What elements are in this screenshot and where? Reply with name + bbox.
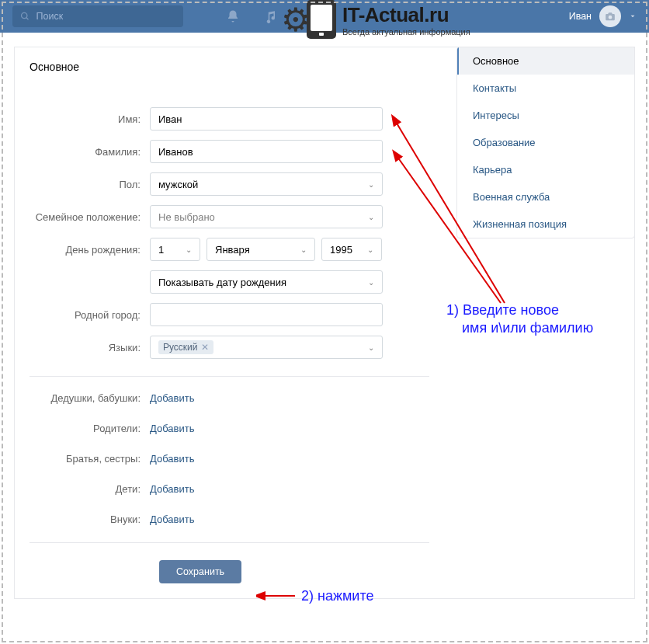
row-birthday: День рождения: 1⌄ Января⌄ 1995⌄ (30, 238, 429, 261)
row-languages: Языки: Русский ✕ ⌄ (30, 336, 429, 359)
row-sex: Пол: мужской ⌄ (30, 172, 429, 196)
divider (30, 376, 429, 377)
page-content: Основное Имя: Фамилия: Пол: мужской ⌄ Се… (0, 33, 649, 616)
chevron-down-icon: ⌄ (367, 245, 373, 254)
bell-icon[interactable] (226, 9, 240, 23)
select-bday-day[interactable]: 1⌄ (150, 238, 200, 261)
label-sex: Пол: (30, 179, 150, 190)
input-hometown[interactable] (150, 303, 383, 326)
chevron-down-icon: ⌄ (368, 278, 374, 287)
chevron-down-icon: ⌄ (368, 213, 374, 221)
settings-side-menu: Основное Контакты Интересы Образование К… (456, 47, 635, 238)
camera-icon (605, 11, 616, 22)
side-item-life-position[interactable]: Жизненная позиция (457, 211, 634, 238)
language-tag[interactable]: Русский ✕ (158, 340, 213, 354)
row-last-name: Фамилия: (30, 140, 429, 163)
side-column: Основное Контакты Интересы Образование К… (456, 47, 635, 602)
chevron-down-icon (629, 12, 637, 20)
input-first-name[interactable] (150, 107, 383, 131)
row-siblings: Братья, сестры: Добавить (30, 453, 429, 465)
side-item-education[interactable]: Образование (457, 129, 634, 156)
topbar-icons-group (226, 9, 277, 23)
select-marital[interactable]: Не выбрано ⌄ (150, 205, 383, 228)
select-sex-value: мужской (158, 179, 198, 190)
add-parents-link[interactable]: Добавить (150, 423, 194, 434)
select-bday-visibility[interactable]: Показывать дату рождения ⌄ (150, 270, 383, 294)
topbar-user-area[interactable]: Иван (569, 5, 637, 27)
search-box[interactable] (12, 5, 183, 27)
label-birthday: День рождения: (30, 244, 150, 256)
search-input[interactable] (36, 11, 175, 22)
page-title: Основное (30, 61, 429, 85)
svg-line-1 (26, 18, 29, 20)
top-header-bar: Иван (0, 0, 649, 33)
add-siblings-link[interactable]: Добавить (150, 453, 194, 465)
row-hometown: Родной город: (30, 303, 429, 326)
add-children-link[interactable]: Добавить (150, 483, 194, 495)
label-children: Дети: (30, 483, 150, 495)
select-marital-value: Не выбрано (158, 211, 215, 223)
select-languages[interactable]: Русский ✕ ⌄ (150, 336, 383, 359)
side-item-military[interactable]: Военная служба (457, 183, 634, 211)
label-languages: Языки: (30, 342, 150, 353)
side-item-basic[interactable]: Основное (457, 47, 634, 75)
label-grandparents: Дедушки, бабушки: (30, 392, 150, 404)
label-last-name: Фамилия: (30, 146, 150, 158)
row-first-name: Имя: (30, 107, 429, 131)
row-grandparents: Дедушки, бабушки: Добавить (30, 392, 429, 404)
add-grandchildren-link[interactable]: Добавить (150, 513, 194, 525)
side-item-interests[interactable]: Интересы (457, 102, 634, 129)
row-bday-visibility: Показывать дату рождения ⌄ (30, 270, 429, 294)
divider (30, 542, 429, 543)
label-marital: Семейное положение: (30, 211, 150, 223)
avatar (599, 5, 621, 27)
row-parents: Родители: Добавить (30, 423, 429, 434)
save-row: Сохранить (30, 560, 429, 583)
row-children: Дети: Добавить (30, 483, 429, 495)
select-bday-month[interactable]: Января⌄ (206, 238, 315, 261)
svg-point-0 (22, 12, 27, 18)
chevron-down-icon: ⌄ (368, 180, 374, 189)
input-last-name[interactable] (150, 140, 383, 163)
label-grandchildren: Внуки: (30, 513, 150, 525)
side-item-career[interactable]: Карьера (457, 156, 634, 183)
label-parents: Родители: (30, 423, 150, 434)
search-icon (20, 11, 30, 22)
chevron-down-icon: ⌄ (300, 245, 307, 254)
add-grandparents-link[interactable]: Добавить (150, 392, 194, 404)
row-grandchildren: Внуки: Добавить (30, 513, 429, 525)
chevron-down-icon: ⌄ (368, 343, 374, 352)
label-hometown: Родной город: (30, 309, 150, 321)
select-sex[interactable]: мужской ⌄ (150, 172, 383, 196)
label-siblings: Братья, сестры: (30, 453, 150, 465)
close-icon[interactable]: ✕ (201, 342, 209, 353)
user-name: Иван (569, 11, 592, 22)
save-button[interactable]: Сохранить (159, 560, 241, 583)
chevron-down-icon: ⌄ (186, 245, 192, 254)
select-bday-year[interactable]: 1995⌄ (321, 238, 382, 261)
row-marital: Семейное положение: Не выбрано ⌄ (30, 205, 429, 228)
music-icon[interactable] (263, 9, 277, 23)
label-first-name: Имя: (30, 113, 150, 125)
main-column: Основное Имя: Фамилия: Пол: мужской ⌄ Се… (14, 47, 445, 602)
side-item-contacts[interactable]: Контакты (457, 75, 634, 102)
select-bday-visibility-value: Показывать дату рождения (158, 277, 286, 288)
